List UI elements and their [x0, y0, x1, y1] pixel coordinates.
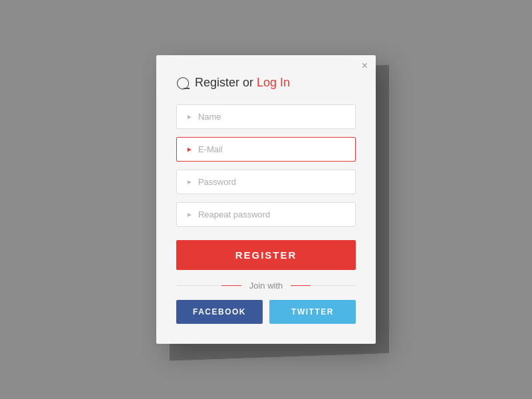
password-input[interactable]	[198, 177, 346, 187]
facebook-button[interactable]: FACEBOOK	[176, 300, 263, 324]
or-text: or	[243, 76, 253, 90]
modal-dialog: × ◯̲ Register or Log In ► ► ►	[156, 55, 376, 344]
close-button[interactable]: ×	[362, 61, 368, 71]
email-arrow-icon: ►	[186, 146, 193, 153]
modal-title: ◯̲ Register or Log In	[176, 75, 356, 90]
join-with-label: Join with	[241, 281, 291, 291]
register-label: Register	[195, 76, 239, 90]
email-input[interactable]	[198, 144, 346, 154]
email-input-wrapper[interactable]: ►	[176, 137, 356, 162]
repeat-password-arrow-icon: ►	[186, 211, 193, 218]
email-field-group: ►	[176, 137, 356, 162]
name-arrow-icon: ►	[186, 113, 193, 120]
twitter-button[interactable]: TWITTER	[269, 300, 356, 324]
modal-wrapper: × ◯̲ Register or Log In ► ► ►	[156, 55, 376, 344]
password-arrow-icon: ►	[186, 178, 193, 186]
name-input[interactable]	[198, 112, 346, 122]
repeat-password-input[interactable]	[198, 209, 346, 219]
social-buttons: FACEBOOK TWITTER	[176, 300, 356, 324]
right-line	[291, 285, 356, 286]
register-button[interactable]: REGISTER	[176, 240, 356, 270]
password-input-wrapper[interactable]: ►	[176, 170, 356, 194]
login-link[interactable]: Log In	[257, 76, 290, 90]
name-input-wrapper[interactable]: ►	[176, 104, 356, 129]
name-field-group: ►	[176, 104, 356, 129]
user-icon: ◯̲	[176, 75, 190, 90]
password-field-group: ►	[176, 170, 356, 194]
repeat-password-input-wrapper[interactable]: ►	[176, 202, 356, 227]
join-with-divider: Join with	[176, 281, 356, 291]
left-line	[176, 285, 241, 286]
repeat-password-field-group: ►	[176, 202, 356, 227]
